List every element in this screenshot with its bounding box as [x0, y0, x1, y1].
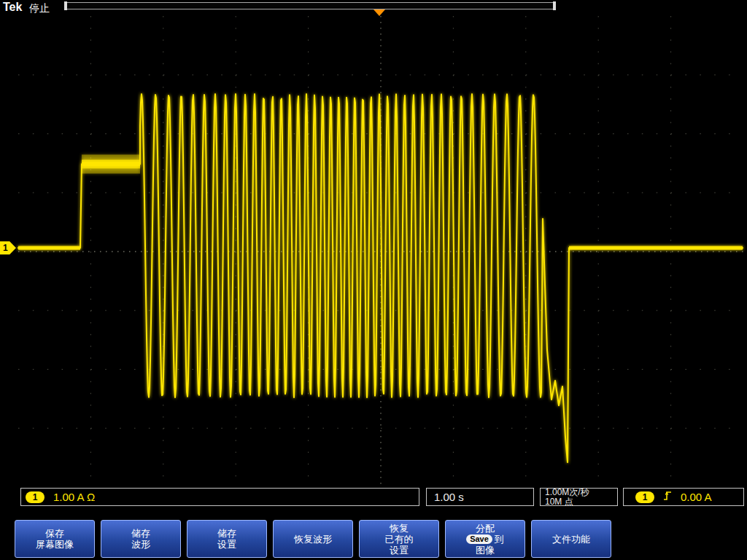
menu-button-save-screen-image[interactable]: 保存屏幕图像 — [15, 520, 95, 558]
menu-button-save-waveform[interactable]: 储存波形 — [101, 520, 181, 558]
bottom-menu-bar: 保存屏幕图像储存波形储存设置恢复波形恢复已有的设置分配Save到图像文件功能 1… — [0, 518, 747, 560]
menu-button-recall-existing-setup[interactable]: 恢复已有的设置 — [359, 520, 439, 558]
acquisition-info-box: 1.00M次/秒 10M 点 — [540, 488, 618, 506]
trigger-source-badge: 1 — [635, 491, 654, 503]
menu-buttons: 保存屏幕图像储存波形储存设置恢复波形恢复已有的设置分配Save到图像文件功能 — [15, 520, 611, 558]
trigger-position-marker[interactable] — [374, 9, 385, 16]
tek-logo: Tek — [3, 1, 22, 14]
menu-button-assign-save-to-image[interactable]: 分配Save到图像 — [445, 520, 525, 558]
menu-button-recall-waveform[interactable]: 恢复波形 — [273, 520, 353, 558]
trigger-readout-box: 1 0.00 A — [623, 488, 744, 506]
channel1-marker-label: 1 — [3, 243, 8, 253]
save-badge: Save — [466, 534, 492, 544]
horizontal-scale-box: 1.00 s — [426, 488, 534, 506]
acquisition-position-bar — [64, 2, 556, 9]
channel1-scale-readout: 1.00 A Ω — [53, 491, 95, 503]
sample-rate-readout: 1.00M次/秒 — [545, 488, 589, 497]
trigger-level-readout: 0.00 A — [681, 491, 712, 503]
oscilloscope-screen: Tek 停止 1 1 1.00 A Ω 1.00 s 1.00M次/秒 10M … — [0, 0, 747, 560]
top-bar: Tek 停止 — [0, 0, 747, 16]
menu-button-file-utilities[interactable]: 文件功能 — [531, 520, 611, 558]
acquisition-status: 停止 — [29, 2, 50, 15]
trigger-slope-icon — [663, 490, 672, 504]
horizontal-scale-readout: 1.00 s — [434, 491, 464, 503]
menu-button-save-setup[interactable]: 储存设置 — [187, 520, 267, 558]
channel1-readout-box: 1 1.00 A Ω — [20, 488, 419, 506]
channel1-badge: 1 — [26, 491, 44, 503]
scope-display — [0, 0, 747, 560]
record-length-readout: 10M 点 — [545, 497, 573, 506]
